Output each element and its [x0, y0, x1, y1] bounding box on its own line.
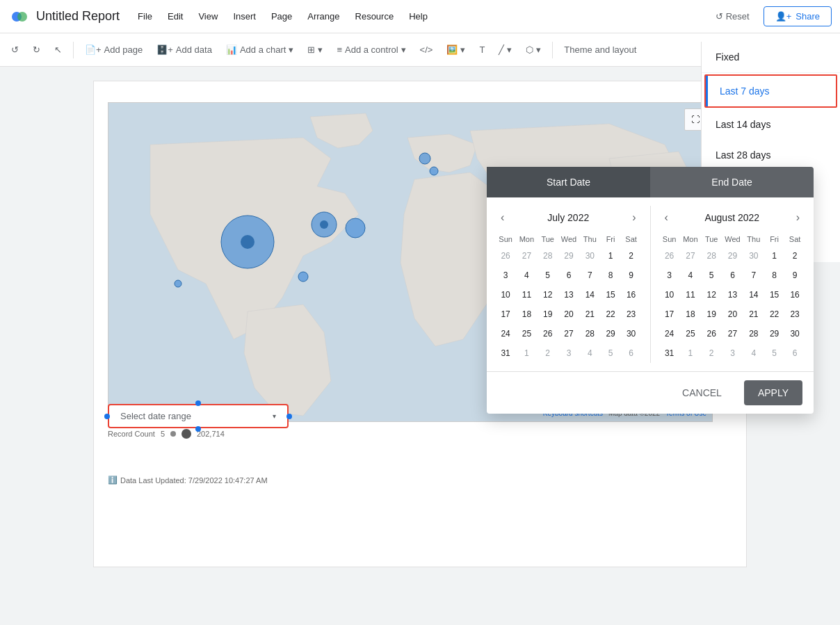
- left-day-25[interactable]: 25: [516, 324, 537, 343]
- text-button[interactable]: T: [474, 40, 490, 59]
- handle-right[interactable]: [286, 414, 292, 419]
- right-day-1[interactable]: 1: [764, 246, 784, 266]
- left-day-4-aug[interactable]: 4: [579, 343, 600, 363]
- left-day-22[interactable]: 22: [600, 305, 620, 324]
- right-day-29-jul[interactable]: 29: [722, 246, 743, 266]
- left-day-19[interactable]: 19: [538, 305, 558, 324]
- dropdown-item-2[interactable]: Last 28 days: [702, 140, 840, 170]
- right-day-3[interactable]: 3: [659, 266, 680, 285]
- tab-end-date[interactable]: End Date: [650, 167, 814, 197]
- reset-button[interactable]: ↺ Reset: [707, 7, 758, 26]
- right-day-11[interactable]: 11: [680, 285, 701, 305]
- right-day-3-sep[interactable]: 3: [722, 343, 743, 363]
- left-day-14[interactable]: 14: [579, 285, 600, 305]
- left-day-23[interactable]: 23: [621, 305, 642, 324]
- left-day-8[interactable]: 8: [600, 266, 620, 285]
- left-day-29-jun[interactable]: 29: [558, 246, 580, 266]
- right-day-28[interactable]: 28: [743, 324, 764, 343]
- right-day-4[interactable]: 4: [680, 266, 701, 285]
- right-day-30-jul[interactable]: 30: [743, 246, 764, 266]
- right-day-23[interactable]: 23: [784, 305, 805, 324]
- right-day-1-sep[interactable]: 1: [680, 343, 701, 363]
- right-day-18[interactable]: 18: [680, 305, 701, 324]
- right-day-9[interactable]: 9: [784, 266, 805, 285]
- left-day-11[interactable]: 11: [516, 285, 537, 305]
- handle-top[interactable]: [195, 400, 201, 406]
- left-day-28-jun[interactable]: 28: [538, 246, 558, 266]
- right-day-21[interactable]: 21: [743, 305, 764, 324]
- left-day-17[interactable]: 17: [495, 305, 516, 324]
- left-day-5-aug[interactable]: 5: [600, 343, 620, 363]
- right-month-prev-button[interactable]: ‹: [659, 209, 674, 227]
- left-day-1-aug[interactable]: 1: [516, 343, 537, 363]
- left-day-6-aug[interactable]: 6: [621, 343, 642, 363]
- left-day-29[interactable]: 29: [600, 324, 620, 343]
- apply-button[interactable]: APPLY: [744, 380, 802, 405]
- right-day-24[interactable]: 24: [659, 324, 680, 343]
- left-day-6[interactable]: 6: [558, 266, 580, 285]
- handle-left[interactable]: [104, 414, 110, 419]
- right-day-6-sep[interactable]: 6: [784, 343, 805, 363]
- dropdown-item-0[interactable]: Last 7 days: [706, 76, 836, 106]
- right-day-5[interactable]: 5: [701, 266, 722, 285]
- add-chart-button[interactable]: 📊 Add a chart ▾: [220, 40, 300, 59]
- right-day-15[interactable]: 15: [764, 285, 784, 305]
- left-day-20[interactable]: 20: [558, 305, 580, 324]
- left-day-21[interactable]: 21: [579, 305, 600, 324]
- left-day-2-aug[interactable]: 2: [538, 343, 558, 363]
- image-button[interactable]: 🖼️ ▾: [441, 40, 471, 59]
- left-day-9[interactable]: 9: [621, 266, 642, 285]
- right-day-17[interactable]: 17: [659, 305, 680, 324]
- left-day-16[interactable]: 16: [621, 285, 642, 305]
- left-day-7[interactable]: 7: [579, 266, 600, 285]
- right-day-6[interactable]: 6: [722, 266, 743, 285]
- left-day-10[interactable]: 10: [495, 285, 516, 305]
- menu-resource[interactable]: Resource: [348, 8, 401, 24]
- left-day-31[interactable]: 31: [495, 343, 516, 363]
- right-day-7[interactable]: 7: [743, 266, 764, 285]
- left-day-27-jun[interactable]: 27: [516, 246, 537, 266]
- left-day-26-jun[interactable]: 26: [495, 246, 516, 266]
- undo-button[interactable]: ↺: [6, 40, 24, 59]
- right-day-26-jul[interactable]: 26: [659, 246, 680, 266]
- left-day-30-jun[interactable]: 30: [579, 246, 600, 266]
- right-day-2-sep[interactable]: 2: [701, 343, 722, 363]
- left-day-12[interactable]: 12: [538, 285, 558, 305]
- left-month-next-button[interactable]: ›: [627, 209, 641, 227]
- redo-button[interactable]: ↻: [27, 40, 46, 59]
- share-button[interactable]: 👤+ Share: [764, 6, 832, 26]
- left-day-28[interactable]: 28: [579, 324, 600, 343]
- add-data-button[interactable]: 🗄️+ Add data: [151, 40, 218, 59]
- right-day-2[interactable]: 2: [784, 246, 805, 266]
- right-day-14[interactable]: 14: [743, 285, 764, 305]
- left-day-18[interactable]: 18: [516, 305, 537, 324]
- left-day-15[interactable]: 15: [600, 285, 620, 305]
- select-tool-button[interactable]: ↖: [49, 40, 67, 59]
- right-day-13[interactable]: 13: [722, 285, 743, 305]
- line-button[interactable]: ╱ ▾: [493, 40, 517, 59]
- menu-edit[interactable]: Edit: [161, 8, 190, 24]
- menu-view[interactable]: View: [191, 8, 225, 24]
- left-day-3-aug[interactable]: 3: [558, 343, 580, 363]
- left-day-27[interactable]: 27: [558, 324, 580, 343]
- menu-page[interactable]: Page: [264, 8, 299, 24]
- left-day-30[interactable]: 30: [621, 324, 642, 343]
- right-day-28-jul[interactable]: 28: [701, 246, 722, 266]
- right-day-10[interactable]: 10: [659, 285, 680, 305]
- add-page-button[interactable]: 📄+ Add page: [79, 40, 148, 59]
- right-month-next-button[interactable]: ›: [791, 209, 805, 227]
- left-day-13[interactable]: 13: [558, 285, 580, 305]
- shape-button[interactable]: ⬡ ▾: [520, 40, 547, 59]
- left-day-24[interactable]: 24: [495, 324, 516, 343]
- handle-bottom[interactable]: [195, 426, 201, 432]
- date-range-box[interactable]: Select date range ▾: [108, 404, 289, 428]
- right-day-27-jul[interactable]: 27: [680, 246, 701, 266]
- left-month-prev-button[interactable]: ‹: [495, 209, 510, 227]
- add-scorecard-button[interactable]: ⊞ ▾: [302, 40, 328, 59]
- right-day-20[interactable]: 20: [722, 305, 743, 324]
- menu-file[interactable]: File: [131, 8, 159, 24]
- right-day-25[interactable]: 25: [680, 324, 701, 343]
- right-day-16[interactable]: 16: [784, 285, 805, 305]
- theme-layout-button[interactable]: Theme and layout: [558, 40, 642, 59]
- right-day-5-sep[interactable]: 5: [764, 343, 784, 363]
